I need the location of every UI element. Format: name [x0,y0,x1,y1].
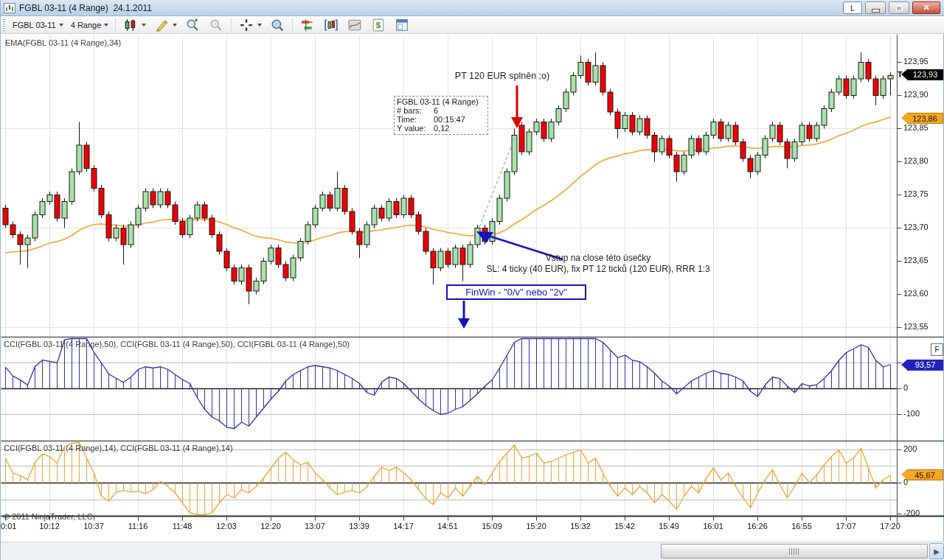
scrollbar-thumb[interactable] [661,544,928,559]
cci50-axis-tick: -100 [903,409,920,418]
properties-button[interactable] [390,16,414,34]
minimize-button[interactable] [865,1,886,14]
price-axis-tick: 123,70 [903,223,929,231]
account-performance-icon: $ [370,18,386,32]
price-axis-tick: 123,55 [903,322,929,331]
drawing-tools-button[interactable] [150,16,181,34]
time-axis-label: 16:01 [697,522,729,531]
entry-annotation-line1: Vstup na close této úsečky [467,253,729,264]
chart-window: FGBL 03-11 (4 Range) 24.1.2011 L ✕ FGBL … [0,0,944,560]
time-axis-label: 14:51 [431,522,464,531]
period-selector[interactable]: 4 Range [67,19,113,31]
ema-value-tag: 123,86 [901,113,943,124]
zoom-window-icon [269,18,285,32]
snapshot-button[interactable] [343,16,367,34]
chart-app-icon [4,3,15,13]
time-axis-label: 0:01 [1,522,33,531]
time-axis-label: 14:17 [387,522,420,531]
yvalue-value: 0,12 [434,124,449,133]
period-label: 4 Range [71,21,102,29]
bars-label: # bars: [397,106,434,115]
zoom-out-icon [208,18,224,32]
chart-style-button[interactable] [119,16,150,34]
chevron-down-icon [142,24,146,27]
bars-back-icon [323,18,339,32]
pt-annotation-text[interactable]: PT 120 EUR splněn ;o) [440,71,565,81]
price-axis-tick: 123,65 [903,256,929,265]
cci50-indicator-label: CCI(FGBL 03-11 (4 Range),50), CCI(FGBL 0… [4,340,350,349]
cci50-value-tag: 93,57 [901,360,943,371]
zoom-window-button[interactable] [266,16,289,34]
time-axis-label: 13:07 [299,522,331,531]
zoom-in-icon [184,18,201,32]
zoom-out-button[interactable] [204,16,228,34]
cci14-axis-tick: -200 [903,508,920,517]
time-axis-label: 15:49 [653,522,685,531]
crosshair-button[interactable] [235,16,266,34]
yvalue-label: Y value: [397,124,434,133]
time-axis-label: 15:20 [520,522,552,531]
scrollbar-right-button[interactable]: ▶ [929,543,944,559]
last-price-tag: 123,93 [901,69,943,80]
time-axis-label: 16:26 [741,522,774,531]
time-axis-label: 17:07 [830,522,862,531]
arrow-right-icon: ▶ [934,547,940,556]
time-label: Time: [397,115,434,124]
properties-icon [394,18,410,32]
entry-annotation-text[interactable]: Vstup na close této úsečky SL: 4 ticky (… [467,253,729,275]
zoom-in-button[interactable] [181,16,204,34]
time-axis-label: 12:20 [254,522,287,531]
measure-line[interactable] [479,136,516,227]
cci14-indicator-label: CCI(FGBL 03-11 (4 Range),14), CCI(FGBL 0… [4,444,233,452]
finwin-arrow[interactable] [458,301,470,329]
drawing-tools-icon [153,18,170,32]
chart-toolbar: FGBL 03-11 4 Range [1,16,944,34]
price-axis-tick: 123,75 [903,189,929,198]
chevron-down-icon [104,24,108,27]
pt-arrow[interactable] [511,85,523,128]
time-axis-label: 15:32 [564,522,597,531]
minimize-icon [872,9,880,13]
price-axis-tick: 123,60 [903,289,929,298]
close-icon: ✕ [923,3,929,13]
cci14-axis-tick: 200 [903,444,917,453]
toolbar-separator [292,18,293,32]
account-performance-button[interactable]: $ [367,16,390,34]
toolbar-grip[interactable] [3,19,5,31]
chevron-down-icon [59,24,63,27]
restore-button[interactable] [889,1,909,14]
finwin-text-box[interactable]: FinWin - "0/v" nebo "2v" [446,284,586,300]
data-box-title: FGBL 03-11 (4 Range) [397,97,479,106]
bars-value: 6 [434,106,438,115]
svg-text:$: $ [376,20,381,29]
instrument-selector[interactable]: FGBL 03-11 [9,19,67,31]
panel-focus-button[interactable]: F [931,343,943,356]
scrollbar-grip-icon [789,548,799,555]
snapshot-icon [347,18,363,32]
chart-trader-button[interactable] [296,16,319,34]
ema-indicator-label: EMA(FGBL 03-11 (4 Range),34) [5,38,121,47]
link-button[interactable]: L [843,1,862,14]
price-axis-tick: 123,95 [903,57,929,66]
time-value: 00:15:47 [434,115,465,124]
chart-trader-icon [299,18,316,32]
cci50-axis-tick: 0 [903,383,908,392]
price-axis-tick: 123,80 [903,156,929,165]
annotation-layer [1,0,944,560]
chevron-down-icon [257,24,262,27]
time-axis-label: 12:03 [210,522,243,531]
time-axis-label: 13:39 [343,522,375,531]
instrument-label: FGBL 03-11 [13,21,56,29]
bars-back-button[interactable] [319,16,343,34]
window-titlebar[interactable]: FGBL 03-11 (4 Range) 24.1.2011 L ✕ [1,0,944,16]
restore-icon [896,5,903,11]
time-axis-label: 16:55 [785,522,818,531]
data-box: FGBL 03-11 (4 Range) # bars:6 Time:00:15… [394,96,488,135]
horizontal-scrollbar[interactable]: ▶ [1,542,944,560]
crosshair-icon [238,18,254,32]
close-button[interactable]: ✕ [912,1,940,14]
time-axis-label: 10:37 [77,522,110,531]
window-title: FGBL 03-11 (4 Range) 24.1.2011 [19,3,152,13]
chevron-down-icon [173,24,177,27]
toolbar-separator [115,18,116,32]
